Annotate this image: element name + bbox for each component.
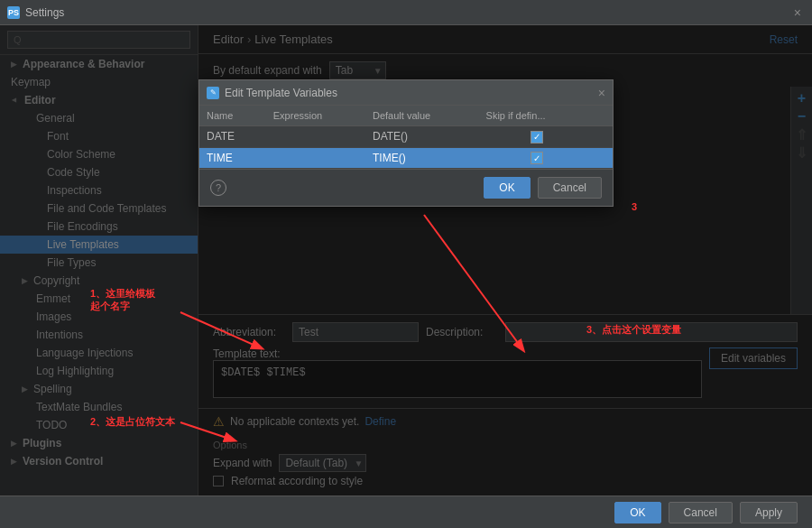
cell-skip-1[interactable]: ✓ xyxy=(479,147,595,169)
cell-expression-0 xyxy=(266,126,365,148)
table-header-row: Name Expression Default value Skip if de… xyxy=(199,106,613,126)
help-icon[interactable]: ? xyxy=(210,180,226,196)
app-icon: PS xyxy=(7,6,20,19)
variables-table-header: Name Expression Default value Skip if de… xyxy=(199,106,613,126)
col-default-header: Default value xyxy=(365,106,479,126)
window-close-button[interactable]: × xyxy=(790,5,805,20)
dialog-footer-buttons: OK Cancel xyxy=(484,177,602,199)
dialog-title-left: ✎ Edit Template Variables xyxy=(207,87,337,99)
cell-actions-0 xyxy=(595,126,613,148)
variables-table: Name Expression Default value Skip if de… xyxy=(199,106,613,169)
dialog-ok-button[interactable]: OK xyxy=(484,177,530,199)
title-bar-title: Settings xyxy=(25,6,64,19)
dialog-close-button[interactable]: × xyxy=(598,86,605,100)
edit-template-variables-dialog: ✎ Edit Template Variables × Name Express… xyxy=(198,79,614,207)
dialog-title-bar: ✎ Edit Template Variables × xyxy=(199,80,613,106)
cell-expression-1 xyxy=(266,147,365,169)
title-bar-left: PS Settings xyxy=(7,6,64,19)
col-expression-header: Expression xyxy=(266,106,365,126)
cell-default-1: TIME() xyxy=(365,147,479,169)
dialog-footer: ? OK Cancel xyxy=(199,169,613,206)
table-row-0[interactable]: DATE DATE() ✓ xyxy=(199,126,613,148)
table-row-1[interactable]: TIME TIME() ✓ xyxy=(199,147,613,169)
dialog-overlay: ✎ Edit Template Variables × Name Express… xyxy=(0,25,812,496)
apply-button[interactable]: Apply xyxy=(740,502,798,523)
cell-default-0: DATE() xyxy=(365,126,479,148)
skip-checkbox-0[interactable]: ✓ xyxy=(531,131,543,144)
ok-button[interactable]: OK xyxy=(614,502,660,523)
cancel-button[interactable]: Cancel xyxy=(669,502,733,523)
bottom-bar: OK Cancel Apply xyxy=(0,496,812,528)
dialog-title-text: Edit Template Variables xyxy=(225,87,337,99)
dialog-cancel-button[interactable]: Cancel xyxy=(538,177,602,199)
skip-checkbox-1[interactable]: ✓ xyxy=(531,152,543,164)
title-bar: PS Settings × xyxy=(0,0,812,25)
col-name-header: Name xyxy=(199,106,266,126)
cell-name-0: DATE xyxy=(199,126,266,148)
cell-skip-0[interactable]: ✓ xyxy=(479,126,595,148)
variables-table-body: DATE DATE() ✓ TIME TIME() ✓ xyxy=(199,126,613,169)
col-skip-header: Skip if defin... xyxy=(479,106,595,126)
cell-name-1: TIME xyxy=(199,147,266,169)
col-actions-header xyxy=(595,106,613,126)
dialog-icon: ✎ xyxy=(207,87,219,99)
cell-actions-1 xyxy=(595,147,613,169)
